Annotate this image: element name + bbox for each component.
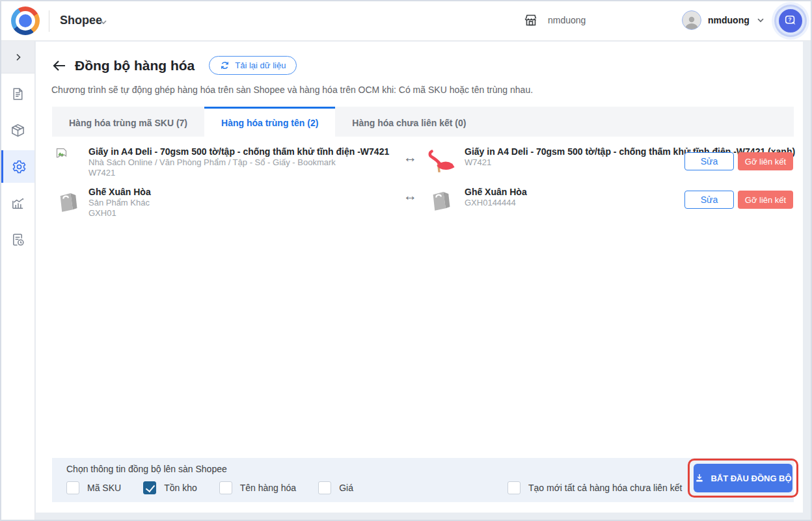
header-divider bbox=[49, 10, 49, 32]
user-name: nmduong bbox=[708, 15, 750, 25]
checkbox-label: Tạo mới tất cả hàng hóa chưa liên kết bbox=[528, 483, 682, 493]
option-ton-kho[interactable]: Tồn kho bbox=[143, 481, 197, 494]
checkbox-label: Tồn kho bbox=[164, 483, 197, 493]
ocm-logo-icon[interactable] bbox=[11, 7, 40, 35]
user-menu[interactable]: nmduong bbox=[682, 10, 765, 30]
question-chat-icon: ? bbox=[783, 14, 798, 28]
top-header: Shopee nmduong nmduong bbox=[1, 1, 811, 41]
sidebar-item-reports[interactable] bbox=[1, 223, 34, 256]
unlink-button[interactable]: Gỡ liên kết bbox=[738, 152, 793, 170]
checkbox-label: Tên hàng hóa bbox=[240, 483, 296, 493]
product-image-heel bbox=[426, 146, 456, 176]
package-icon bbox=[10, 123, 25, 138]
option-ma-sku[interactable]: Mã SKU bbox=[66, 481, 121, 494]
checkbox-label: Giá bbox=[339, 483, 353, 493]
sidebar-expand-button[interactable] bbox=[1, 41, 34, 73]
unlink-button[interactable]: Gỡ liên kết bbox=[738, 191, 793, 209]
sidebar-item-analytics[interactable] bbox=[1, 187, 34, 219]
back-arrow-button[interactable] bbox=[51, 58, 67, 73]
product-sku: W7421 bbox=[88, 168, 394, 178]
tab-duplicate-sku[interactable]: Hàng hóa trùng mã SKU (7) bbox=[52, 107, 204, 137]
channel-selector[interactable]: Shopee bbox=[60, 14, 102, 27]
sidebar-item-products[interactable] bbox=[1, 114, 34, 146]
option-ten-hang-hoa[interactable]: Tên hàng hóa bbox=[219, 481, 296, 494]
checkbox[interactable] bbox=[219, 481, 232, 494]
reload-data-button[interactable]: Tải lại dữ liệu bbox=[209, 56, 297, 75]
product-category: Nhà Sách Online / Văn Phòng Phẩm / Tập -… bbox=[88, 157, 394, 168]
product-title-ocm: Giấy in A4 Deli - 70gsm 500 tờ/tập - chố… bbox=[88, 146, 394, 157]
page-description: Chương trình sẽ tự động ghép hàng hóa tr… bbox=[51, 85, 533, 95]
checkbox[interactable] bbox=[318, 481, 331, 494]
tab-bar: Hàng hóa trùng mã SKU (7) Hàng hóa trùng… bbox=[52, 107, 794, 137]
checkbox[interactable] bbox=[66, 481, 79, 494]
refresh-icon bbox=[220, 60, 230, 70]
checkbox-label: Mã SKU bbox=[87, 483, 121, 493]
product-title-ocm: Ghế Xuân Hòa bbox=[88, 187, 394, 198]
reload-data-label: Tải lại dữ liệu bbox=[235, 60, 286, 70]
broken-image-icon bbox=[55, 147, 68, 161]
edit-button[interactable]: Sửa bbox=[684, 152, 734, 170]
product-sku: GXH01 bbox=[88, 208, 394, 219]
checkbox[interactable] bbox=[143, 481, 156, 494]
storefront-icon bbox=[523, 12, 539, 28]
download-icon bbox=[694, 473, 705, 483]
main-content: Đồng bộ hàng hóa Tải lại dữ liệu Chương … bbox=[36, 42, 803, 513]
checkbox[interactable] bbox=[508, 481, 521, 494]
start-sync-button[interactable]: BẮT ĐẦU ĐỒNG BỘ bbox=[694, 464, 792, 492]
chevron-down-icon[interactable] bbox=[99, 18, 108, 27]
tab-label: Hàng hóa trùng mã SKU (7) bbox=[69, 118, 187, 128]
link-arrow-icon: ↔ bbox=[403, 188, 417, 204]
red-highlight-annotation: BẮT ĐẦU ĐỒNG BỘ bbox=[688, 459, 798, 498]
gear-icon bbox=[12, 159, 27, 174]
option-gia[interactable]: Giá bbox=[318, 481, 353, 494]
table-row: Giấy in A4 Deli - 70gsm 500 tờ/tập - chố… bbox=[36, 144, 803, 185]
edit-button[interactable]: Sửa bbox=[684, 191, 734, 209]
start-sync-label: BẮT ĐẦU ĐỒNG BỘ bbox=[710, 474, 791, 483]
product-category: Sản Phẩm Khác bbox=[88, 198, 394, 208]
document-icon bbox=[10, 87, 25, 101]
table-row: Ghế Xuân Hòa Sản Phẩm Khác GXH01 ↔ Ghế X… bbox=[36, 185, 803, 221]
store-info: nmduong bbox=[523, 12, 586, 28]
svg-text:?: ? bbox=[789, 17, 792, 23]
help-chat-button[interactable]: ? bbox=[779, 9, 802, 33]
placeholder-bag-icon bbox=[54, 188, 81, 215]
store-name: nmduong bbox=[548, 15, 586, 25]
sidebar-item-orders[interactable] bbox=[1, 77, 34, 110]
chevron-down-icon[interactable] bbox=[756, 16, 765, 25]
tab-label: Hàng hóa trùng tên (2) bbox=[221, 118, 318, 128]
tab-not-linked[interactable]: Hàng hóa chưa liên kết (0) bbox=[335, 107, 483, 137]
option-create-all-unlinked[interactable]: Tạo mới tất cả hàng hóa chưa liên kết bbox=[508, 481, 682, 494]
report-clock-icon bbox=[10, 232, 25, 247]
app-window: Shopee nmduong nmduong bbox=[0, 0, 812, 521]
placeholder-bag-icon bbox=[427, 187, 454, 214]
sidebar bbox=[1, 41, 35, 520]
sync-options-label: Chọn thông tin đồng bộ lên sàn Shopee bbox=[66, 464, 227, 474]
chart-icon bbox=[10, 196, 25, 211]
link-arrow-icon: ↔ bbox=[403, 150, 417, 165]
linked-products-list: Giấy in A4 Deli - 70gsm 500 tờ/tập - chố… bbox=[36, 144, 803, 221]
page-title: Đồng bộ hàng hóa bbox=[75, 58, 195, 73]
tab-label: Hàng hóa chưa liên kết (0) bbox=[352, 118, 466, 128]
sync-options-bar: Chọn thông tin đồng bộ lên sàn Shopee Mã… bbox=[52, 458, 794, 502]
sidebar-item-settings[interactable] bbox=[1, 150, 34, 183]
avatar bbox=[682, 10, 701, 30]
tab-duplicate-name[interactable]: Hàng hóa trùng tên (2) bbox=[204, 107, 335, 137]
